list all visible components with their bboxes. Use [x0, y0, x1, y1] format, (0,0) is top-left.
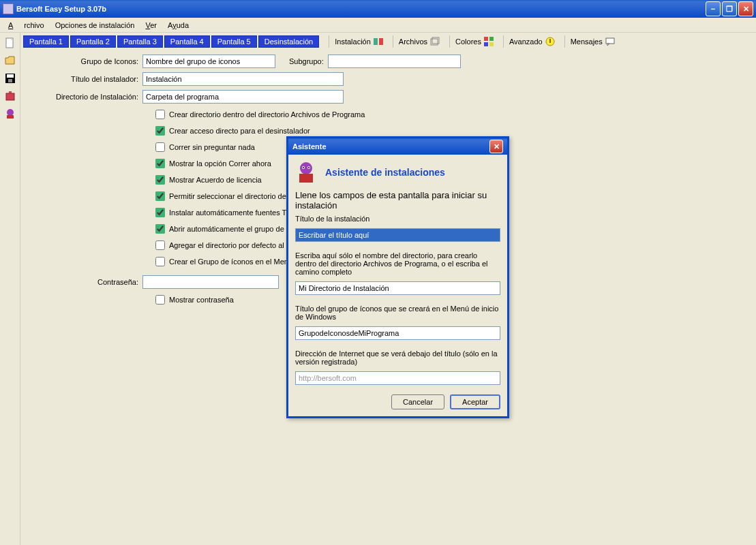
chk-correr-ahora[interactable] — [155, 159, 165, 168]
group-colores[interactable]: Colores — [447, 35, 494, 48]
save-icon[interactable] — [4, 72, 16, 84]
svg-point-19 — [300, 162, 312, 174]
pass-input[interactable] — [142, 275, 279, 289]
menu-ver[interactable]: Ver — [140, 20, 162, 31]
menubar: Archivo Opciones de instalación Ver Ayud… — [0, 18, 756, 33]
svg-rect-5 — [9, 91, 12, 93]
tab-desinstalacion[interactable]: Desinstalación — [258, 35, 320, 48]
svg-point-22 — [303, 167, 304, 168]
svg-rect-14 — [484, 42, 488, 46]
grupo-label: Grupo de Iconos: — [30, 57, 142, 65]
svg-rect-8 — [374, 38, 378, 45]
wizard-dialog: Asistente ✕ Asistente de instalaciones L… — [286, 136, 509, 418]
dir-input[interactable] — [142, 90, 344, 104]
group-instalacion[interactable]: Instalación — [326, 35, 383, 48]
group-avanzado[interactable]: Avanzado — [500, 35, 555, 48]
menu-ayuda[interactable]: Ayuda — [162, 20, 194, 31]
f4-label: Dirección de Internet que se verá debajo… — [295, 349, 500, 366]
chk-agregar-camino[interactable] — [155, 240, 165, 250]
pass-label: Contraseña: — [30, 278, 142, 286]
group-archivos[interactable]: Archivos — [390, 35, 440, 48]
svg-rect-17 — [549, 39, 551, 43]
svg-rect-13 — [489, 37, 494, 41]
maximize-button[interactable]: ❐ — [722, 1, 737, 16]
chk-fuentes[interactable] — [155, 208, 165, 217]
new-icon[interactable] — [4, 37, 16, 49]
subgrupo-input[interactable] — [328, 54, 461, 68]
dir-label: Directorio de Instalación: — [30, 93, 142, 101]
f1-input[interactable] — [295, 228, 500, 242]
f3-label: Título del grupo de íconos que se creará… — [295, 305, 500, 321]
f2-input[interactable] — [295, 281, 500, 295]
sidebar — [0, 33, 20, 545]
chk-acceso-directo[interactable] — [155, 126, 165, 136]
f4-input — [295, 371, 500, 385]
svg-rect-3 — [8, 79, 12, 82]
mascot-icon — [295, 161, 317, 183]
chk-abrir-grupo[interactable] — [155, 224, 165, 234]
grupo-input[interactable] — [142, 54, 275, 68]
dialog-header: Asistente de instalaciones — [325, 167, 445, 178]
tab-pantalla3[interactable]: Pantalla 3 — [117, 35, 163, 48]
dialog-title: Asistente — [292, 142, 327, 151]
svg-rect-4 — [6, 93, 14, 100]
f2-label: Escriba aquí sólo el nombre del director… — [295, 251, 500, 276]
svg-rect-2 — [7, 74, 14, 78]
dialog-close-button[interactable]: ✕ — [489, 140, 503, 153]
group-mensajes[interactable]: Mensajes — [562, 35, 615, 48]
tab-pantalla1[interactable]: Pantalla 1 — [23, 35, 69, 48]
mascot-icon[interactable] — [4, 108, 16, 120]
tab-pantalla5[interactable]: Pantalla 5 — [211, 35, 257, 48]
menu-archivo[interactable]: Archivo — [3, 20, 50, 31]
svg-rect-9 — [379, 38, 383, 45]
chk-menu-inicio[interactable] — [155, 257, 165, 266]
svg-rect-15 — [489, 42, 494, 46]
app-icon — [3, 3, 14, 14]
svg-rect-24 — [299, 174, 313, 183]
svg-rect-7 — [7, 115, 14, 119]
svg-rect-18 — [606, 38, 614, 44]
f3-input[interactable] — [295, 326, 500, 340]
minimize-button[interactable]: − — [706, 1, 721, 16]
tab-pantalla4[interactable]: Pantalla 4 — [164, 35, 210, 48]
chk-seleccionar-dir[interactable] — [155, 191, 165, 201]
menu-opciones[interactable]: Opciones de instalación — [50, 20, 140, 31]
cancel-button[interactable]: Cancelar — [391, 394, 444, 409]
subgrupo-label: Subgrupo: — [289, 57, 324, 65]
svg-point-23 — [308, 167, 309, 168]
build-icon[interactable] — [4, 90, 16, 102]
dialog-intro: Llene los campos de esta pantalla para i… — [295, 190, 500, 211]
tab-pantalla2[interactable]: Pantalla 2 — [70, 35, 116, 48]
main-panel: Pantalla 1 Pantalla 2 Pantalla 3 Pantall… — [20, 33, 756, 545]
titulo-input[interactable] — [142, 72, 344, 86]
titulo-label: Título del instalador: — [30, 75, 142, 83]
svg-rect-12 — [484, 37, 488, 41]
chk-crear-dir[interactable] — [155, 110, 165, 119]
chk-acuerdo[interactable] — [155, 175, 165, 185]
chk-sin-preguntar[interactable] — [155, 142, 165, 152]
tabbar: Pantalla 1 Pantalla 2 Pantalla 3 Pantall… — [23, 35, 756, 48]
accept-button[interactable]: Aceptar — [450, 394, 500, 409]
f1-label: Título de la instalación — [295, 215, 500, 223]
titlebar: Bersoft Easy Setup 3.07b − ❐ ✕ — [0, 0, 756, 18]
close-button[interactable]: ✕ — [738, 1, 753, 16]
open-icon[interactable] — [4, 54, 16, 67]
chk-mostrar-pass[interactable] — [155, 295, 165, 305]
svg-point-6 — [7, 109, 14, 116]
window-title: Bersoft Easy Setup 3.07b — [16, 5, 706, 13]
